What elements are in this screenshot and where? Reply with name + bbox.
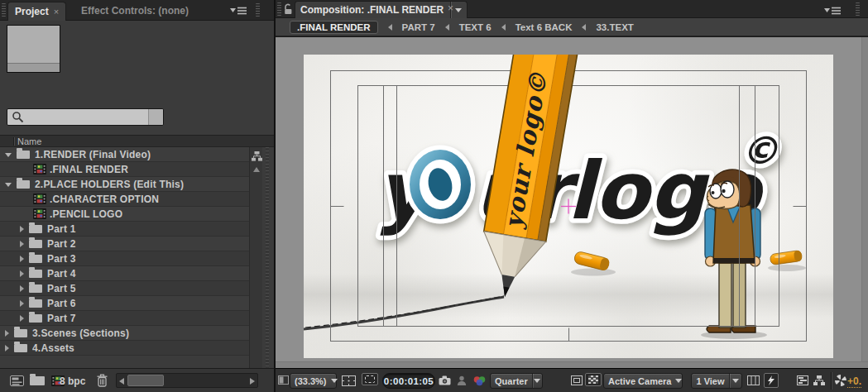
resolution-dropdown[interactable]: Quarter: [490, 373, 543, 389]
disclosure-triangle-icon[interactable]: [20, 226, 24, 232]
scene-graphic: y ur logo ©: [304, 55, 833, 358]
folder-icon: [17, 151, 30, 159]
preview-thumbnail: [7, 25, 60, 73]
project-panel: Project × Effect Controls: (none): [0, 0, 274, 392]
tab-project[interactable]: Project ×: [7, 2, 66, 21]
reset-exposure-icon[interactable]: [835, 375, 846, 386]
disclosure-triangle-icon[interactable]: [5, 183, 12, 187]
close-icon[interactable]: ×: [448, 2, 453, 14]
breadcrumb-item-active[interactable]: .FINAL RENDER: [290, 21, 378, 34]
item-label: 1.RENDER (Final Video): [35, 149, 151, 160]
new-folder-icon[interactable]: [30, 376, 45, 385]
panel-menu-icon[interactable]: [230, 6, 247, 16]
table-row[interactable]: 1.RENDER (Final Video): [0, 147, 249, 162]
search-input[interactable]: [27, 111, 148, 123]
tab-composition[interactable]: Composition: .FINAL RENDER: [295, 1, 468, 18]
folder-icon: [29, 299, 42, 308]
disclosure-triangle-icon[interactable]: [5, 153, 12, 157]
scrollbar-thumb[interactable]: [127, 375, 164, 386]
breadcrumb-item[interactable]: TEXT 6: [459, 22, 492, 32]
scroll-right-icon[interactable]: [250, 378, 255, 385]
folder-icon: [17, 180, 30, 189]
panel-grip-handle[interactable]: [2, 3, 6, 17]
table-row[interactable]: Part 6: [0, 296, 249, 311]
comp-flowchart-icon[interactable]: [813, 375, 825, 385]
table-row[interactable]: 2.PLACE HOLDERS (Edit This): [0, 177, 249, 192]
table-row[interactable]: Part 5: [0, 281, 249, 296]
breadcrumb-separator-icon: [501, 24, 506, 31]
toggle-mask-visibility-icon[interactable]: [571, 375, 583, 385]
exposure-value[interactable]: +0.: [847, 375, 861, 388]
flowchart-view-icon[interactable]: [252, 150, 262, 165]
breadcrumb-item[interactable]: Text 6 BACK: [516, 22, 573, 32]
table-row[interactable]: Part 2: [0, 237, 249, 251]
horizontal-scrollbar[interactable]: [116, 373, 258, 388]
chevron-down-icon: [534, 379, 540, 383]
resolution-value: Quarter: [491, 376, 532, 386]
tab-effect-controls[interactable]: Effect Controls: (none): [81, 0, 189, 21]
composition-canvas[interactable]: y ur logo ©: [304, 55, 833, 358]
region-of-interest-icon[interactable]: [362, 373, 378, 385]
search-box-endcap[interactable]: [148, 109, 163, 125]
disclosure-triangle-icon[interactable]: [20, 270, 24, 277]
view-layout-value: 1 View: [692, 376, 729, 386]
timeline-icon[interactable]: [797, 375, 808, 385]
viewer-lock-icon[interactable]: [283, 3, 294, 15]
search-icon: [12, 111, 24, 123]
timecode-field[interactable]: 0:00:01:05: [382, 373, 435, 389]
disclosure-triangle-icon[interactable]: [20, 256, 24, 262]
show-snapshot-icon[interactable]: [457, 375, 467, 385]
table-row[interactable]: .FINAL RENDER: [0, 162, 249, 177]
table-row[interactable]: 3.Scenes (Sections): [0, 326, 249, 341]
magnification-value: (33.3%): [290, 376, 331, 386]
view-layout-dropdown[interactable]: 1 View: [691, 373, 742, 389]
tab-composition-label: Composition: .FINAL RENDER: [300, 4, 444, 16]
breadcrumb-item[interactable]: 33.TEXT: [596, 22, 633, 32]
preview-thumbnail-footer: [7, 63, 60, 72]
trash-icon[interactable]: [97, 374, 108, 387]
panel-grip-handle[interactable]: [256, 3, 260, 17]
disclosure-triangle-icon[interactable]: [5, 345, 9, 351]
table-row[interactable]: .PENCIL LOGO: [0, 207, 249, 222]
table-row[interactable]: Part 1: [0, 222, 249, 237]
project-tabbar: Project × Effect Controls: (none): [0, 0, 274, 21]
disclosure-triangle-icon[interactable]: [20, 285, 24, 292]
table-row[interactable]: Part 4: [0, 266, 249, 281]
disclosure-triangle-icon[interactable]: [20, 241, 24, 247]
table-row[interactable]: Part 3: [0, 251, 249, 266]
disclosure-triangle-icon[interactable]: [20, 315, 24, 322]
vertical-scrollbar[interactable]: [249, 147, 262, 389]
scroll-left-icon[interactable]: [119, 378, 124, 385]
chevron-down-icon[interactable]: [455, 8, 462, 12]
transparency-grid-icon[interactable]: [585, 373, 602, 386]
panel-grip-handle[interactable]: [277, 2, 281, 16]
close-icon[interactable]: ×: [54, 7, 59, 17]
view-dropdown[interactable]: Active Camera: [603, 373, 683, 389]
color-depth-button[interactable]: 8 bpc: [60, 375, 85, 387]
disclosure-triangle-icon[interactable]: [5, 330, 9, 337]
viewer-vertical-scrollbar[interactable]: [861, 37, 868, 369]
always-preview-icon[interactable]: [278, 375, 289, 385]
disclosure-triangle-icon[interactable]: [20, 300, 24, 307]
grid-guides-icon[interactable]: [342, 375, 356, 386]
show-channel-icon[interactable]: [472, 375, 487, 386]
panel-grip-handle[interactable]: [856, 2, 860, 16]
panel-edge-grip[interactable]: [266, 147, 269, 389]
panel-menu-icon[interactable]: [824, 6, 842, 16]
project-tree: 1.RENDER (Final Video) .FINAL RENDER 2.P…: [0, 147, 249, 356]
table-row[interactable]: .CHARACTER OPTION: [0, 192, 249, 207]
table-row[interactable]: Part 7: [0, 311, 249, 326]
table-row[interactable]: 4.Assets: [0, 341, 249, 356]
breadcrumb-item[interactable]: PART 7: [402, 22, 435, 32]
breadcrumb: .FINAL RENDER PART 7 TEXT 6 Text 6 BACK …: [276, 18, 868, 36]
composition-viewer: y ur logo ©: [276, 36, 868, 368]
name-column-header[interactable]: Name: [0, 135, 274, 147]
viewer-horizontal-scrollbar[interactable]: [276, 361, 868, 368]
scroll-up-icon[interactable]: [253, 167, 260, 172]
pixel-aspect-correction-icon[interactable]: [747, 375, 760, 385]
interpret-footage-icon[interactable]: [10, 375, 24, 386]
tab-project-label: Project: [15, 6, 49, 17]
magnification-dropdown[interactable]: (33.3%): [290, 373, 337, 389]
snapshot-icon[interactable]: [439, 375, 451, 385]
fast-previews-icon[interactable]: [764, 373, 779, 388]
